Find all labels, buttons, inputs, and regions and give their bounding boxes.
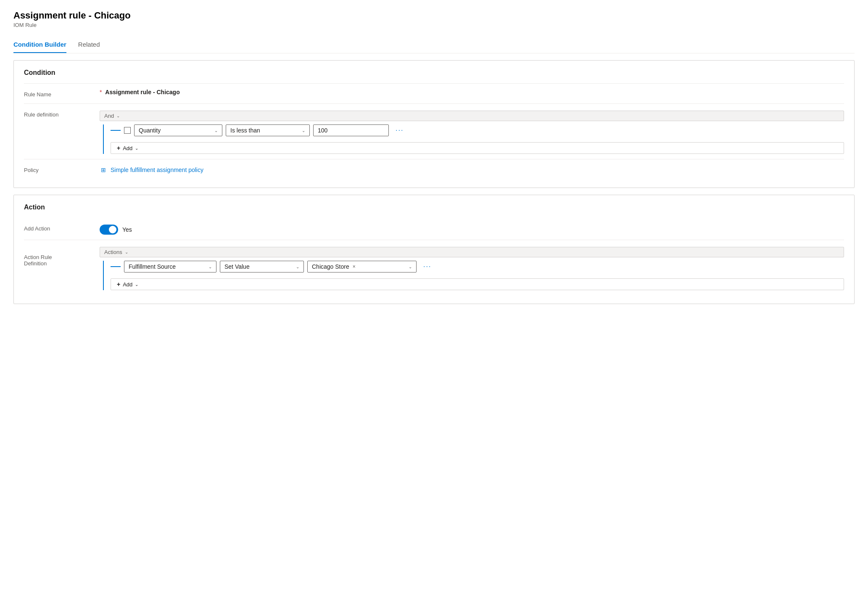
policy-label: Policy (24, 164, 100, 173)
rule-name-label: Rule Name (24, 89, 100, 98)
tab-condition-builder[interactable]: Condition Builder (13, 37, 66, 53)
plus-icon: + (117, 145, 120, 151)
condition-checkbox[interactable] (124, 127, 131, 134)
page-title: Assignment rule - Chicago (13, 10, 855, 21)
action-tree: Fulfillment Source ⌄ Set Value ⌄ Chicago… (103, 261, 844, 290)
actions-chevron-icon: ⌄ (125, 250, 128, 254)
action-field-select[interactable]: Fulfillment Source ⌄ (124, 261, 216, 273)
add-action-label: Add Action (24, 223, 100, 232)
action-section: Action Add Action Yes Action Rule Defini… (13, 195, 855, 304)
action-plus-icon: + (117, 281, 120, 288)
condition-add-btn[interactable]: + Add ⌄ (111, 142, 844, 154)
toggle-wrapper: Yes (100, 223, 844, 235)
and-chevron-icon: ⌄ (116, 114, 120, 118)
add-chevron-icon: ⌄ (135, 146, 138, 151)
add-action-content: Yes (100, 223, 844, 235)
action-rule-def-label: Action Rule Definition (24, 245, 100, 267)
action-value-chevron-icon: ⌄ (409, 265, 412, 269)
condition-more-btn[interactable]: ··· (392, 125, 407, 136)
action-operator-select[interactable]: Set Value ⌄ (220, 261, 304, 273)
add-action-toggle[interactable] (100, 225, 118, 235)
operator-chevron-icon: ⌄ (302, 128, 305, 133)
toggle-label: Yes (122, 226, 132, 233)
page-subtitle: IOM Rule (13, 22, 855, 28)
close-tag-icon[interactable]: × (353, 264, 356, 270)
action-add-chevron-icon: ⌄ (135, 282, 138, 287)
condition-tree: Quantity ⌄ Is less than ⌄ ··· (103, 124, 844, 154)
condition-value-input[interactable] (313, 124, 389, 136)
condition-row-1: Quantity ⌄ Is less than ⌄ ··· (111, 124, 844, 136)
action-section-title: Action (24, 204, 844, 211)
policy-row: Policy ⊞ Simple fulfillment assignment p… (24, 159, 844, 179)
policy-icon: ⊞ (100, 166, 107, 174)
condition-connector (111, 130, 121, 131)
field-select[interactable]: Quantity ⌄ (134, 124, 222, 136)
operator-select[interactable]: Is less than ⌄ (226, 124, 310, 136)
policy-content: ⊞ Simple fulfillment assignment policy (100, 164, 844, 174)
add-action-row: Add Action Yes (24, 218, 844, 240)
rule-name-content: * Assignment rule - Chicago (100, 89, 844, 95)
action-def-wrapper: Actions ⌄ Fulfillment Source ⌄ (100, 245, 844, 290)
page-header: Assignment rule - Chicago IOM Rule (13, 10, 855, 28)
policy-link[interactable]: ⊞ Simple fulfillment assignment policy (100, 164, 203, 174)
required-star: * (100, 89, 102, 95)
action-add-btn[interactable]: + Add ⌄ (111, 278, 844, 290)
action-rule-def-content: Actions ⌄ Fulfillment Source ⌄ (100, 245, 844, 290)
action-operator-chevron-icon: ⌄ (296, 265, 299, 269)
rule-definition-label: Rule definition (24, 109, 100, 118)
action-more-btn[interactable]: ··· (420, 261, 435, 272)
action-connector (111, 266, 121, 267)
action-rule-def-row: Action Rule Definition Actions ⌄ Fulfill… (24, 240, 844, 295)
condition-section: Condition Rule Name * Assignment rule - … (13, 60, 855, 188)
rule-name-row: Rule Name * Assignment rule - Chicago (24, 83, 844, 103)
tabs: Condition Builder Related (13, 37, 855, 53)
action-value-inner: Chicago Store × (312, 263, 405, 270)
action-field-chevron-icon: ⌄ (208, 265, 212, 269)
action-value-control[interactable]: Chicago Store × ⌄ (307, 261, 417, 273)
and-operator-btn[interactable]: And ⌄ (100, 111, 844, 121)
rule-definition-content: And ⌄ Quantity ⌄ (100, 109, 844, 154)
tab-related[interactable]: Related (78, 37, 100, 53)
condition-section-title: Condition (24, 69, 844, 77)
rule-def-wrapper: And ⌄ Quantity ⌄ (100, 109, 844, 154)
rule-definition-row: Rule definition And ⌄ Quantit (24, 103, 844, 159)
action-row-1: Fulfillment Source ⌄ Set Value ⌄ Chicago… (111, 261, 844, 273)
field-chevron-icon: ⌄ (214, 128, 218, 133)
rule-name-value: Assignment rule - Chicago (105, 86, 179, 95)
actions-operator-btn[interactable]: Actions ⌄ (100, 247, 844, 257)
